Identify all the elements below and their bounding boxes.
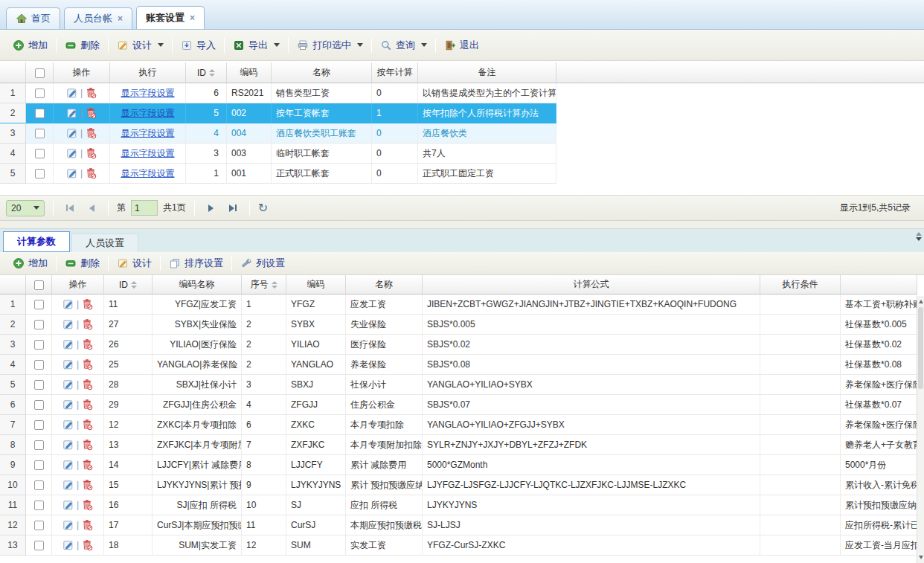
- delete-row-icon[interactable]: [81, 519, 93, 531]
- scrollbar-thumb[interactable]: [918, 307, 923, 389]
- edit-icon[interactable]: [62, 379, 74, 390]
- close-icon[interactable]: ×: [190, 13, 195, 23]
- table-row[interactable]: 5 | 28 SBXJ|社保小计 3 SBXJ 社保小计 YANGLAO+YIL…: [0, 375, 917, 395]
- close-icon[interactable]: ×: [118, 13, 123, 24]
- row-checkbox[interactable]: [34, 400, 44, 410]
- table-row[interactable]: 3 | 26 YILIAO|医疗保险 2 YILIAO 医疗保险 SBJS*0.…: [0, 335, 917, 355]
- row-checkbox[interactable]: [34, 300, 44, 309]
- delete-row-icon[interactable]: [81, 298, 93, 310]
- delete-button[interactable]: 删除: [60, 36, 105, 54]
- table-row[interactable]: 6 | 29 ZFGJJ|住房公积金 4 ZFGJJ 住房公积金 SBJS*0.…: [0, 395, 917, 415]
- row-checkbox[interactable]: [35, 129, 45, 138]
- edit-icon[interactable]: [66, 107, 78, 119]
- delete-row-icon[interactable]: [81, 338, 93, 350]
- print-selected-button[interactable]: 打印选中: [292, 36, 368, 54]
- table-row[interactable]: 5 | 显示字段设置 1 001 正式职工帐套 0 正式职工固定工资: [0, 164, 924, 184]
- edit-icon[interactable]: [62, 459, 74, 471]
- sort-icon[interactable]: [131, 281, 137, 289]
- delete-row-icon[interactable]: [81, 379, 93, 390]
- edit-icon[interactable]: [66, 167, 78, 179]
- edit-icon[interactable]: [62, 439, 74, 451]
- last-page-button[interactable]: [225, 200, 241, 216]
- row-checkbox[interactable]: [34, 420, 44, 430]
- delete-row-icon[interactable]: [85, 167, 97, 179]
- delete-row-icon[interactable]: [85, 127, 97, 139]
- table-row[interactable]: 1 | 显示字段设置 6 RS2021 销售类型工资 0 以销售提成类型为主的个…: [0, 83, 924, 103]
- table-row[interactable]: 13 | 18 SUM|实发工资 12 SUM 实发工资 YFGZ-CurSJ-…: [0, 535, 917, 556]
- tab-personnel-ledger[interactable]: 人员台帐 ×: [64, 7, 132, 29]
- tab-personnel-settings[interactable]: 人员设置: [71, 234, 138, 252]
- edit-icon[interactable]: [62, 298, 74, 310]
- add-button[interactable]: 增加: [7, 254, 53, 272]
- edit-icon[interactable]: [62, 519, 74, 531]
- delete-row-icon[interactable]: [81, 479, 93, 491]
- select-all-checkbox[interactable]: [35, 68, 45, 78]
- display-field-settings-link[interactable]: 显示字段设置: [121, 148, 175, 158]
- table-row[interactable]: 11 | 16 SJ|应扣 所得税 10 SJ 应扣 所得税 LJYKYJYNS…: [0, 495, 917, 515]
- col-header-id[interactable]: ID: [186, 62, 227, 83]
- col-header-seq[interactable]: 序号: [242, 275, 286, 295]
- prev-page-button[interactable]: [83, 200, 100, 216]
- table-row[interactable]: 7 | 12 ZXKC|本月专项扣除 6 ZXKC 本月专项扣除 YANGLAO…: [0, 415, 917, 435]
- table-row[interactable]: 1 | 11 YFGZ|应发工资 1 YFGZ 应发工资 JIBEN+ZCBT+…: [0, 295, 917, 315]
- row-checkbox[interactable]: [34, 480, 44, 490]
- display-field-settings-link[interactable]: 显示字段设置: [121, 108, 175, 118]
- display-field-settings-link[interactable]: 显示字段设置: [121, 88, 175, 98]
- design-button[interactable]: 设计: [112, 254, 157, 272]
- delete-row-icon[interactable]: [81, 459, 93, 471]
- display-field-settings-link[interactable]: 显示字段设置: [121, 168, 175, 178]
- delete-row-icon[interactable]: [81, 358, 93, 370]
- delete-row-icon[interactable]: [85, 147, 97, 159]
- row-checkbox[interactable]: [35, 149, 45, 158]
- sort-icon[interactable]: [209, 69, 215, 77]
- row-checkbox[interactable]: [35, 109, 45, 118]
- table-row[interactable]: 3 | 显示字段设置 4 004 酒店餐饮类职工账套 0 酒店餐饮类: [0, 123, 924, 144]
- tab-home[interactable]: 首页: [6, 7, 60, 29]
- row-checkbox[interactable]: [34, 541, 44, 550]
- export-button[interactable]: 导出: [228, 36, 285, 54]
- row-checkbox[interactable]: [34, 501, 44, 510]
- delete-row-icon[interactable]: [81, 499, 93, 511]
- panel-splitter[interactable]: [0, 220, 924, 229]
- exit-button[interactable]: 退出: [439, 36, 484, 54]
- refresh-icon[interactable]: ↻: [258, 202, 268, 214]
- display-field-settings-link[interactable]: 显示字段设置: [121, 128, 175, 138]
- page-size-select[interactable]: 20: [6, 200, 45, 216]
- delete-row-icon[interactable]: [85, 107, 97, 119]
- table-row[interactable]: 10 | 15 LJYKYJYNS|累计 预扣预缴 9 LJYKYJYNS 累计…: [0, 475, 917, 495]
- table-row[interactable]: 9 | 14 LJJCFY|累计 减除费用 8 LJJCFY 累计 减除费用 5…: [0, 455, 917, 475]
- row-checkbox[interactable]: [34, 380, 44, 390]
- edit-icon[interactable]: [62, 318, 74, 330]
- edit-icon[interactable]: [62, 419, 74, 431]
- column-settings-button[interactable]: 列设置: [235, 254, 290, 272]
- select-all-checkbox[interactable]: [34, 280, 44, 290]
- add-button[interactable]: 增加: [7, 36, 53, 54]
- edit-icon[interactable]: [62, 399, 74, 411]
- row-checkbox[interactable]: [34, 360, 44, 370]
- edit-icon[interactable]: [66, 127, 78, 139]
- sort-icon[interactable]: [272, 281, 277, 289]
- import-button[interactable]: 导入: [176, 36, 221, 54]
- edit-icon[interactable]: [62, 358, 74, 370]
- row-checkbox[interactable]: [35, 89, 45, 98]
- table-row[interactable]: 4 | 显示字段设置 3 003 临时职工帐套 0 共7人: [0, 144, 924, 164]
- scroll-up-icon[interactable]: [917, 297, 924, 306]
- delete-row-icon[interactable]: [81, 399, 93, 411]
- row-checkbox[interactable]: [34, 340, 44, 350]
- delete-row-icon[interactable]: [81, 419, 93, 431]
- scroll-down-icon[interactable]: [917, 553, 924, 562]
- edit-icon[interactable]: [66, 147, 78, 159]
- edit-icon[interactable]: [62, 539, 74, 551]
- row-checkbox[interactable]: [34, 521, 44, 530]
- delete-button[interactable]: 删除: [60, 254, 105, 272]
- edit-icon[interactable]: [62, 479, 74, 491]
- row-checkbox[interactable]: [34, 460, 44, 470]
- first-page-button[interactable]: [62, 200, 78, 216]
- delete-row-icon[interactable]: [81, 318, 93, 330]
- tab-account-settings[interactable]: 账套设置 ×: [136, 6, 205, 29]
- page-number-input[interactable]: [131, 200, 158, 216]
- col-header-id[interactable]: ID: [104, 275, 153, 295]
- next-page-button[interactable]: [203, 200, 219, 216]
- vertical-scrollbar[interactable]: [917, 296, 924, 563]
- table-row[interactable]: 4 | 25 YANGLAO|养老保险 2 YANGLAO 养老保险 SBJS*…: [0, 355, 917, 375]
